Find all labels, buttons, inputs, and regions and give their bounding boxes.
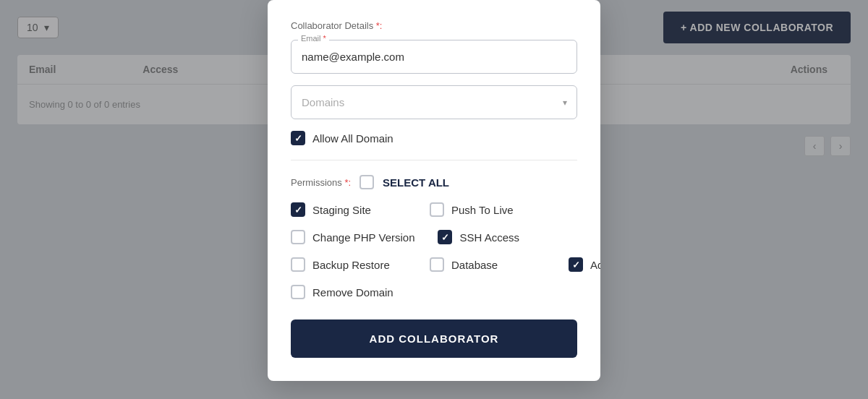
push-to-live-label[interactable]: Push To Live [451,204,514,216]
modal-overlay: Collaborator Details *: Email * Domains … [0,0,868,399]
allow-all-domain-checkbox[interactable] [291,131,305,145]
backup-restore-label[interactable]: Backup Restore [312,259,390,271]
backup-restore-checkbox[interactable] [291,257,305,272]
permissions-label: Permissions *: [291,177,351,188]
perm-staging-site: Staging Site [291,202,407,217]
select-all-checkbox[interactable] [359,175,374,189]
perm-change-php-version: Change PHP Version [291,230,414,244]
section-label: Collaborator Details *: [291,20,577,31]
add-collaborator-modal: Collaborator Details *: Email * Domains … [268,0,600,381]
change-php-version-checkbox[interactable] [291,230,305,244]
perm-add-domain: Add Domain [569,257,600,272]
add-domain-checkbox[interactable] [569,257,583,272]
required-marker: *: [376,20,383,31]
add-domain-label[interactable]: Add Domain [590,259,600,271]
domains-select-wrapper: Domains ▾ [291,85,577,119]
perm-database: Database [430,257,545,272]
domains-select[interactable]: Domains [291,85,577,119]
perm-push-to-live: Push To Live [430,202,545,217]
remove-domain-label[interactable]: Remove Domain [312,286,393,299]
database-label[interactable]: Database [451,259,498,271]
perm-remove-domain: Remove Domain [291,285,407,299]
ssh-access-label[interactable]: SSH Access [459,231,519,244]
add-collaborator-button[interactable]: ADD COLLABORATOR [291,319,577,358]
remove-domain-checkbox[interactable] [291,285,305,299]
perm-row-3: Backup Restore Database Add Domain [291,257,577,272]
database-checkbox[interactable] [430,257,444,272]
change-php-version-label[interactable]: Change PHP Version [312,231,414,244]
select-all-label[interactable]: SELECT ALL [383,176,449,189]
perm-backup-restore: Backup Restore [291,257,407,272]
perm-row-4: Remove Domain [291,285,577,299]
email-input-group: Email * [291,40,577,74]
permissions-grid: Staging Site Push To Live Change PHP Ver… [291,202,577,299]
perm-row-2: Change PHP Version SSH Access [291,230,577,244]
staging-site-label[interactable]: Staging Site [312,204,371,216]
perm-ssh-access: SSH Access [438,230,553,244]
allow-all-domain-row: Allow All Domain [291,131,577,145]
divider [291,160,577,160]
push-to-live-checkbox[interactable] [430,202,444,217]
email-field[interactable] [291,40,577,74]
ssh-access-checkbox[interactable] [438,230,452,244]
staging-site-checkbox[interactable] [291,202,305,217]
allow-all-domain-label[interactable]: Allow All Domain [312,132,393,145]
perm-row-1: Staging Site Push To Live [291,202,577,217]
permissions-header: Permissions *: SELECT ALL [291,175,577,189]
email-label: Email * [298,34,329,43]
